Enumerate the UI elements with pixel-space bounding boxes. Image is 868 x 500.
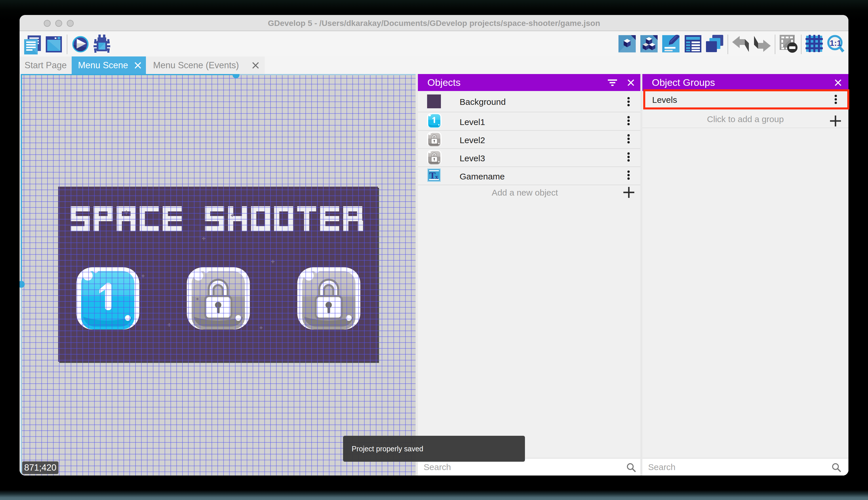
svg-text:x: x [435,173,438,180]
svg-text:1:1: 1:1 [830,38,841,47]
svg-text:T: T [430,170,436,181]
